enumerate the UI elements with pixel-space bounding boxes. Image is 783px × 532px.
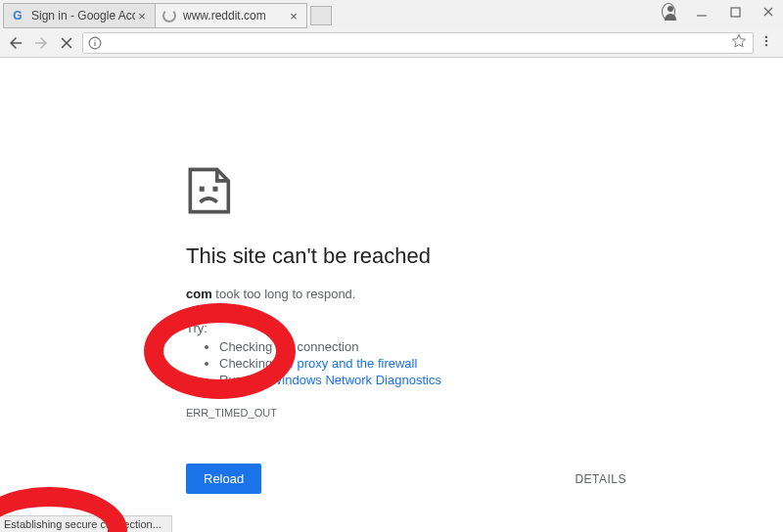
error-try-label: Try: [186,321,626,335]
info-icon[interactable] [87,35,103,51]
address-bar[interactable] [82,32,754,54]
sad-page-icon [186,165,237,216]
list-item: Running Windows Network Diagnostics [219,373,626,387]
minimize-icon[interactable] [695,5,709,19]
check-diag-prefix: Running [219,373,270,387]
bookmark-star-icon[interactable] [731,33,749,53]
status-bar: Establishing secure connection... [0,515,172,532]
google-favicon-icon: G [10,8,25,23]
error-buttons: Reload DETAILS [186,464,626,494]
svg-point-11 [765,43,767,45]
error-subtitle: com took too long to respond. [186,287,626,301]
menu-icon[interactable] [760,34,777,52]
close-icon[interactable]: × [135,9,149,22]
spinner-icon [161,8,177,23]
toolbar [0,28,783,58]
list-item: Checking the proxy and the firewall [219,356,626,371]
tab-title: Sign in - Google Accounts [31,9,135,22]
error-code: ERR_TIMED_OUT [186,407,626,419]
error-subtitle-rest: took too long to respond. [212,287,356,301]
error-domain: com [186,287,212,301]
close-icon[interactable]: × [287,9,300,22]
svg-point-10 [765,39,767,41]
titlebar: G Sign in - Google Accounts × www.reddit… [0,0,783,28]
new-tab-button[interactable] [310,6,332,25]
svg-rect-12 [200,187,205,192]
tab-google-signin[interactable]: G Sign in - Google Accounts × [3,3,156,28]
maximize-icon[interactable] [728,5,742,19]
error-title: This site can't be reached [186,244,626,269]
details-button[interactable]: DETAILS [575,472,626,486]
url-input[interactable] [103,35,731,50]
forward-button[interactable] [31,33,51,53]
back-button[interactable] [6,33,25,53]
window-close-icon[interactable] [761,5,775,19]
tab-reddit[interactable]: www.reddit.com × [155,3,307,28]
svg-point-8 [94,39,95,40]
check-connection-text: Checking the connection [219,339,358,354]
svg-rect-1 [731,8,740,17]
check-proxy-prefix: Checking [219,356,276,371]
reload-button[interactable]: Reload [186,464,261,494]
proxy-firewall-link[interactable]: the proxy and the firewall [276,356,418,371]
error-container: This site can't be reached com took too … [186,165,626,494]
page-content: This site can't be reached com took too … [0,58,783,532]
svg-point-9 [765,35,767,37]
window-controls [662,5,775,19]
error-suggestions: Checking the connection Checking the pro… [186,339,626,387]
stop-reload-button[interactable] [57,33,76,53]
list-item: Checking the connection [219,339,626,354]
tab-title: www.reddit.com [183,9,287,22]
profile-icon[interactable] [662,5,675,19]
network-diagnostics-link[interactable]: Windows Network Diagnostics [270,373,441,387]
svg-rect-13 [212,187,217,192]
